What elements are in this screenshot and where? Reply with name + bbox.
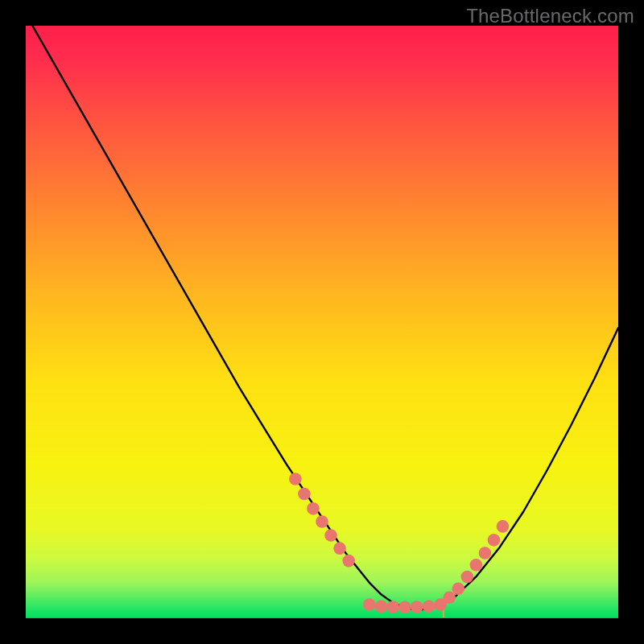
data-marker xyxy=(479,547,492,559)
data-marker xyxy=(298,488,311,501)
data-marker xyxy=(387,601,400,613)
gradient-background xyxy=(26,26,618,618)
data-marker xyxy=(333,542,346,555)
data-marker xyxy=(375,600,388,613)
data-marker xyxy=(497,520,510,533)
data-marker xyxy=(423,600,436,613)
data-marker xyxy=(461,571,474,584)
chart-container: TheBottleneck.com xyxy=(0,0,644,644)
data-marker xyxy=(363,598,376,611)
data-marker xyxy=(443,591,456,604)
data-marker xyxy=(488,534,501,547)
data-marker xyxy=(342,555,355,568)
data-marker xyxy=(411,601,423,613)
data-marker xyxy=(452,582,464,595)
data-marker xyxy=(324,529,337,542)
data-marker xyxy=(470,559,483,572)
data-marker xyxy=(289,473,302,485)
plot-area xyxy=(26,26,618,618)
data-marker xyxy=(316,515,328,528)
data-marker xyxy=(398,601,411,614)
watermark-label: TheBottleneck.com xyxy=(466,5,634,27)
bottleneck-plot-svg xyxy=(26,26,618,618)
data-marker xyxy=(307,502,320,515)
